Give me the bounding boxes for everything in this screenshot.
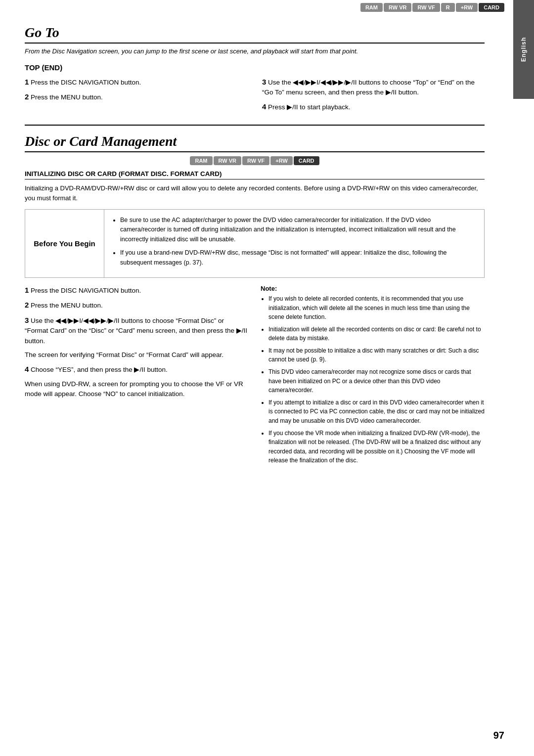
goto-title: Go To xyxy=(25,25,485,44)
disc-step3-text: Use the ◀◀/▶▶I/◀◀/▶▶/▶/II buttons to cho… xyxy=(25,317,247,345)
disc-step2-text: Press the MENU button. xyxy=(31,302,103,309)
disc-middle-text-1: The screen for verifying “Format Disc” o… xyxy=(25,350,249,360)
disc-mgmt-title: Disc or Card Management xyxy=(25,133,485,152)
mini-tab-bar: RAM RW VR RW VF +RW CARD xyxy=(25,156,485,165)
goto-step2-text: Press the MENU button. xyxy=(31,93,103,101)
disc-step1-text: Press the DISC NAVIGATION button. xyxy=(31,287,141,294)
disc-mgmt-two-col: 1 Press the DISC NAVIGATION button. 2 Pr… xyxy=(25,285,485,468)
goto-left-col: 1 Press the DISC NAVIGATION button. 2 Pr… xyxy=(25,77,247,117)
goto-step3-text: Use the ◀◀/▶▶I/◀◀/▶▶/▶/II buttons to cho… xyxy=(262,79,475,96)
tab-rwvr[interactable]: RW VR xyxy=(384,3,411,12)
goto-intro: From the Disc Navigation screen, you can… xyxy=(25,46,485,56)
disc-step2-num: 2 xyxy=(25,301,29,309)
disc-step-2: 2 Press the MENU button. xyxy=(25,300,249,311)
mini-tab-plusrw[interactable]: +RW xyxy=(270,156,293,165)
note-bullet-5: If you attempt to initialize a disc or c… xyxy=(268,398,485,426)
disc-step-3: 3 Use the ◀◀/▶▶I/◀◀/▶▶/▶/II buttons to c… xyxy=(25,315,249,346)
goto-step-1: 1 Press the DISC NAVIGATION button. xyxy=(25,77,247,88)
goto-step4-num: 4 xyxy=(262,102,266,111)
section-disc-management: Disc or Card Management RAM RW VR RW VF … xyxy=(25,133,485,468)
disc-step3-num: 3 xyxy=(25,316,29,324)
mini-tab-rwvf[interactable]: RW VF xyxy=(242,156,269,165)
before-bullet-1: Be sure to use the AC adapter/charger to… xyxy=(120,216,477,244)
goto-step-3: 3 Use the ◀◀/▶▶I/◀◀/▶▶/▶/II buttons to c… xyxy=(262,77,485,98)
before-you-begin-label: Before You Begin xyxy=(25,210,104,277)
goto-step-4: 4 Press ▶/II to start playback. xyxy=(262,101,485,113)
note-content: If you wish to delete all recorded conte… xyxy=(261,294,485,465)
disc-mgmt-left-col: 1 Press the DISC NAVIGATION button. 2 Pr… xyxy=(25,285,249,468)
disc-mgmt-subsection-heading: INITIALIZING DISC OR CARD (FORMAT DISC. … xyxy=(25,170,485,179)
mini-tab-ram[interactable]: RAM xyxy=(190,156,212,165)
side-language-label: English xyxy=(513,0,534,99)
section-goto: Go To From the Disc Navigation screen, y… xyxy=(25,25,485,117)
goto-right-col: 3 Use the ◀◀/▶▶I/◀◀/▶▶/▶/II buttons to c… xyxy=(262,77,485,117)
tab-plusrw[interactable]: +RW xyxy=(456,3,478,12)
section-divider xyxy=(25,125,485,126)
tab-ram[interactable]: RAM xyxy=(360,3,383,12)
note-bullet-1: If you wish to delete all recorded conte… xyxy=(268,294,485,322)
disc-step4-text: Choose “YES”, and then press the ▶/II bu… xyxy=(31,366,168,373)
before-you-begin-box: Before You Begin Be sure to use the AC a… xyxy=(25,209,485,278)
disc-mgmt-right-col: Note: If you wish to delete all recorded… xyxy=(261,285,485,468)
goto-subheading: TOP (END) xyxy=(25,63,485,72)
note-bullet-2: Initialization will delete all the recor… xyxy=(268,325,485,343)
goto-step1-num: 1 xyxy=(25,78,29,86)
tab-r[interactable]: R xyxy=(441,3,455,12)
disc-step4-num: 4 xyxy=(25,365,29,373)
goto-step4-text: Press ▶/II to start playback. xyxy=(268,103,350,111)
disc-middle-text-2: When using DVD-RW, a screen for promptin… xyxy=(25,379,249,400)
mini-tab-card[interactable]: CARD xyxy=(294,156,319,165)
main-content: Go To From the Disc Navigation screen, y… xyxy=(0,15,534,478)
tab-card[interactable]: CARD xyxy=(479,3,504,12)
disc-step-4: 4 Choose “YES”, and then press the ▶/II … xyxy=(25,364,249,375)
disc-step-1: 1 Press the DISC NAVIGATION button. xyxy=(25,285,249,296)
goto-step3-num: 3 xyxy=(262,78,266,86)
note-label: Note: xyxy=(261,285,485,292)
goto-step2-num: 2 xyxy=(25,92,29,101)
goto-step-2: 2 Press the MENU button. xyxy=(25,91,247,103)
mini-tab-rwvr[interactable]: RW VR xyxy=(214,156,241,165)
goto-step1-text: Press the DISC NAVIGATION button. xyxy=(31,79,141,86)
disc-step1-num: 1 xyxy=(25,286,29,294)
note-bullet-6: If you choose the VR mode when initializ… xyxy=(268,429,485,465)
before-you-begin-content: Be sure to use the AC adapter/charger to… xyxy=(104,210,484,277)
goto-steps: 1 Press the DISC NAVIGATION button. 2 Pr… xyxy=(25,77,485,117)
tab-rwvf[interactable]: RW VF xyxy=(412,3,440,12)
note-bullet-4: This DVD video camera/recorder may not r… xyxy=(268,367,485,395)
page-number: 97 xyxy=(493,730,504,741)
before-bullet-2: If you use a brand-new DVD-RW/+RW disc, … xyxy=(120,248,477,267)
disc-mgmt-intro: Initializing a DVD-RAM/DVD-RW/+RW disc o… xyxy=(25,183,485,203)
top-tab-bar: RAM RW VR RW VF R +RW CARD xyxy=(0,0,534,15)
note-bullet-3: It may not be possible to initialize a d… xyxy=(268,346,485,364)
